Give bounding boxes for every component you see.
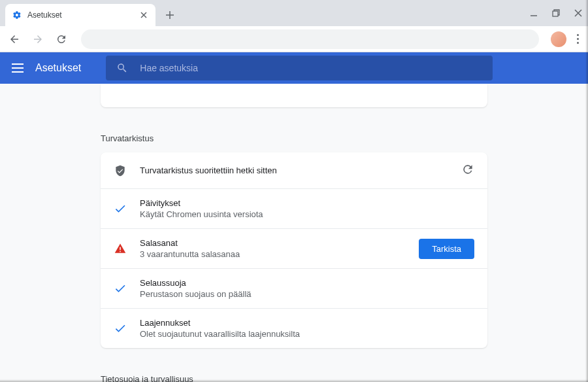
extensions-row[interactable]: Laajennukset Olet suojautunut vaarallisi…	[101, 309, 487, 348]
safety-check-card: Turvatarkistus suoritettiin hetki sitten…	[101, 152, 487, 348]
settings-content: Turvatarkistus Turvatarkistus suoritetti…	[0, 84, 588, 382]
new-tab-button[interactable]	[161, 6, 179, 24]
svg-rect-2	[120, 251, 121, 252]
browser-menu-button[interactable]	[574, 31, 581, 46]
check-passwords-button[interactable]: Tarkista	[419, 239, 474, 259]
browser-tab[interactable]: Asetukset	[5, 4, 155, 26]
row-title: Selaussuoja	[140, 278, 474, 288]
passwords-row[interactable]: Salasanat 3 vaarantunutta salasanaa Tark…	[101, 229, 487, 269]
updates-row[interactable]: Päivitykset Käytät Chromen uusinta versi…	[101, 189, 487, 229]
close-icon[interactable]	[139, 10, 149, 20]
check-icon	[114, 202, 127, 215]
svg-rect-1	[120, 247, 121, 251]
close-window-icon[interactable]	[574, 9, 583, 18]
browser-titlebar: Asetukset	[0, 0, 588, 26]
row-title: Laajennukset	[140, 318, 474, 328]
row-subtitle: Perustason suojaus on päällä	[140, 289, 474, 299]
safe-browsing-row[interactable]: Selaussuoja Perustason suojaus on päällä	[101, 269, 487, 309]
browser-toolbar	[0, 26, 588, 52]
tab-title: Asetukset	[27, 10, 133, 20]
row-subtitle: 3 vaarantunutta salasanaa	[140, 249, 406, 259]
warning-icon	[114, 242, 127, 255]
status-text: Turvatarkistus suoritettiin hetki sitten	[140, 165, 448, 175]
menu-icon[interactable]	[12, 63, 24, 73]
address-bar[interactable]	[81, 29, 539, 49]
row-subtitle: Käytät Chromen uusinta versiota	[140, 209, 474, 219]
previous-card-bottom	[101, 84, 487, 107]
rerun-check-button[interactable]	[461, 163, 474, 179]
row-subtitle: Olet suojautunut vaarallisilta laajennuk…	[140, 329, 474, 339]
window-controls	[529, 0, 583, 26]
section-heading-privacy: Tietosuoja ja turvallisuus	[101, 366, 487, 382]
safety-check-status-row: Turvatarkistus suoritettiin hetki sitten	[101, 152, 487, 189]
restore-icon[interactable]	[551, 9, 561, 18]
row-title: Salasanat	[140, 238, 406, 248]
check-icon	[114, 282, 127, 295]
section-heading-safety-check: Turvatarkistus	[101, 126, 487, 152]
minimize-icon[interactable]	[529, 9, 538, 18]
search-input[interactable]	[140, 63, 482, 73]
check-icon	[114, 322, 127, 335]
gear-icon	[12, 10, 22, 20]
forward-button[interactable]	[30, 31, 46, 47]
shield-check-icon	[114, 164, 127, 177]
page-title: Asetukset	[35, 62, 81, 74]
settings-header: Asetukset	[0, 52, 588, 84]
settings-search[interactable]	[106, 56, 493, 80]
search-icon	[116, 62, 128, 74]
svg-rect-0	[553, 11, 558, 16]
row-title: Päivitykset	[140, 198, 474, 208]
reload-button[interactable]	[54, 31, 69, 47]
back-button[interactable]	[7, 31, 22, 47]
profile-avatar[interactable]	[551, 31, 566, 47]
